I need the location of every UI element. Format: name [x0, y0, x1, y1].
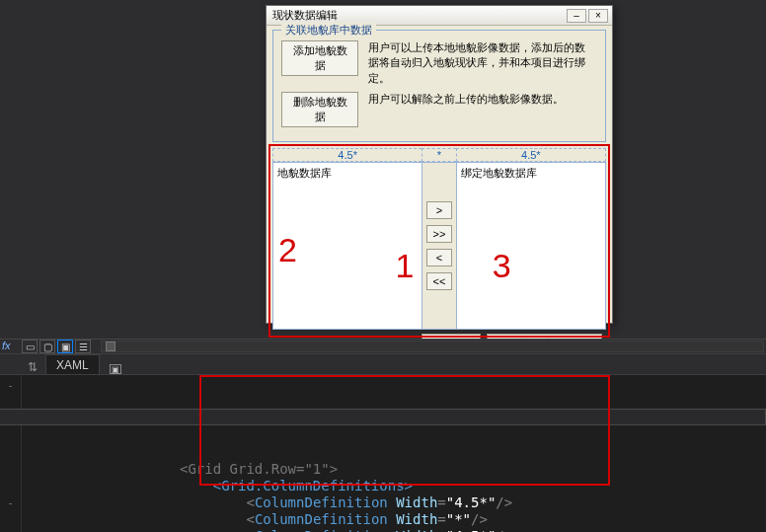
- columns-area: 4.5* * 4.5* 地貌数据库 1 > >> < <<: [272, 148, 606, 330]
- dialog-client: 关联地貌库中数据 添加地貌数据 用户可以上传本地地貌影像数据，添加后的数据将自动…: [267, 26, 612, 360]
- code-editor[interactable]: - - - <Grid Grid.Row="1"> <Grid.ColumnDe…: [0, 375, 766, 532]
- code-line: <ColumnDefinition Width="*"/>: [180, 511, 766, 528]
- code-line: <ColumnDefinition Width="4.5*"/>: [180, 528, 766, 532]
- target-list-column: 绑定地貌数据库 3: [457, 163, 605, 329]
- code-line: <ColumnDefinition Width="4.5*"/>: [180, 494, 766, 511]
- star-right: 4.5*: [456, 148, 606, 162]
- swap-pane-icon[interactable]: ⇅: [28, 360, 38, 374]
- dialog-window: 现状数据编辑 – × 关联地貌库中数据 添加地貌数据 用户可以上传本地地貌影像数…: [266, 5, 613, 324]
- code-line: <Grid Grid.Row="1">: [180, 461, 766, 478]
- annotation-1: 1: [395, 247, 414, 285]
- add-help-text: 用户可以上传本地地貌影像数据，添加后的数据将自动归入地貌现状库，并和本项目进行绑…: [368, 40, 590, 86]
- move-all-left-button[interactable]: <<: [426, 272, 452, 290]
- editor-tabs: ⇅ XAML ▣: [0, 354, 766, 375]
- move-right-button[interactable]: >: [426, 201, 452, 219]
- current-line-highlight: [0, 409, 766, 425]
- source-header: 地貌数据库: [273, 163, 421, 184]
- transfer-buttons: > >> < <<: [422, 163, 455, 329]
- fold-icon[interactable]: -: [6, 377, 16, 394]
- tool-icon-2[interactable]: ▢: [39, 340, 55, 353]
- columns: 地貌数据库 1 > >> < << 2 绑定地貌数据库: [272, 162, 606, 330]
- tool-icon-1[interactable]: ▭: [22, 340, 38, 353]
- close-button[interactable]: ×: [588, 9, 608, 23]
- transfer-column: > >> < << 2: [421, 163, 456, 329]
- move-all-right-button[interactable]: >>: [426, 225, 452, 243]
- move-left-button[interactable]: <: [426, 249, 452, 266]
- star-left: 4.5*: [272, 148, 421, 162]
- fx-icon: fx: [2, 340, 20, 353]
- window-title: 现状数据编辑: [272, 8, 338, 23]
- doc-outline-icon[interactable]: ▣: [110, 364, 121, 374]
- add-data-button[interactable]: 添加地貌数据: [281, 40, 358, 76]
- tool-icon-3[interactable]: ▣: [57, 340, 73, 353]
- scrollbar-left-arrow[interactable]: [106, 342, 115, 351]
- delete-data-button[interactable]: 删除地貌数据: [281, 92, 358, 127]
- delete-help-text: 用户可以解除之前上传的地貌影像数据。: [368, 92, 564, 107]
- groupbox-library: 关联地貌库中数据 添加地貌数据 用户可以上传本地地貌影像数据，添加后的数据将自动…: [272, 30, 606, 142]
- tool-icon-4[interactable]: ☰: [75, 340, 91, 353]
- code-line: <Grid.ColumnDefinitions>: [180, 478, 766, 494]
- ide-panel: fx ▭ ▢ ▣ ☰ ⇅ XAML ▣ - - - <Grid Grid.Row…: [0, 339, 766, 532]
- groupbox-legend: 关联地貌库中数据: [281, 23, 376, 38]
- minimize-button[interactable]: –: [567, 9, 586, 23]
- target-header: 绑定地貌数据库: [457, 163, 605, 184]
- star-width-row: 4.5* * 4.5*: [272, 148, 606, 162]
- designer-toolbar: fx ▭ ▢ ▣ ☰: [0, 339, 766, 354]
- horizontal-scrollbar[interactable]: [101, 341, 764, 352]
- row-add: 添加地貌数据 用户可以上传本地地貌影像数据，添加后的数据将自动归入地貌现状库，并…: [281, 40, 597, 86]
- annotation-2: 2: [278, 231, 297, 269]
- tab-label: XAML: [56, 358, 89, 372]
- target-list[interactable]: 3: [457, 184, 605, 329]
- tab-xaml[interactable]: XAML: [45, 354, 100, 374]
- row-delete: 删除地貌数据 用户可以解除之前上传的地貌影像数据。: [281, 92, 597, 127]
- annotation-3: 3: [493, 247, 511, 285]
- star-mid: *: [421, 148, 455, 162]
- gutter: - - -: [0, 375, 22, 532]
- code-lines[interactable]: <Grid Grid.Row="1"> <Grid.ColumnDefiniti…: [22, 375, 766, 532]
